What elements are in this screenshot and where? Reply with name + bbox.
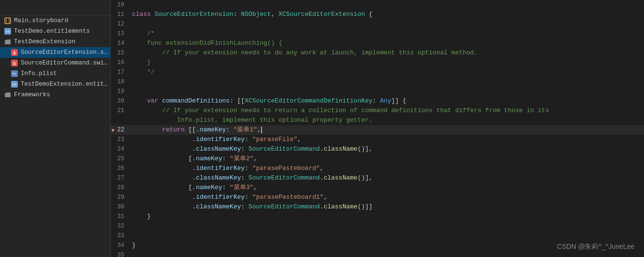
line-number: 21 [111,106,130,116]
line-content: .identifierKey: "parasePasteboard", [130,164,644,173]
token-punct [132,126,162,133]
token-punct: , [320,165,324,172]
token-type: SourceEditorExtension [155,11,234,18]
sidebar-items: Main.storyboardENTestDemo.entitlementsTe… [0,15,110,100]
line-number: 33 [111,231,130,241]
code-line: 15 // If your extension needs to do any … [111,48,644,58]
token-punct [132,203,192,210]
token-punct: ()]] [357,203,372,210]
code-line: 30 .classNameKey: SourceEditorCommand.cl… [111,202,644,212]
code-line: 22 return [[.nameKey: "菜单1", [111,125,644,135]
code-line: 25 [.nameKey: "菜单2", [111,154,644,164]
sidebar-item-info-plist[interactable]: PLInfo.plist [0,68,110,79]
token-punct: ()], [357,174,372,181]
code-line: 23 .identifierKey: "paraseFile", [111,135,644,144]
token-dot-key: .identifierKey [192,193,245,201]
token-dot-key: .classNameKey [192,174,241,181]
line-number: 13 [111,29,130,39]
token-kw-blue: Any [380,97,391,104]
token-punct [132,145,192,153]
code-line: 10 [111,0,644,10]
line-number: 23 [111,135,130,144]
token-punct: : [226,126,234,133]
token-fn: className [324,174,357,181]
entitlements-icon: EN [4,27,12,35]
line-content: .classNameKey: SourceEditorCommand.class… [130,173,644,183]
token-comment: } [132,59,151,66]
token-punct: : [245,193,252,201]
token-dot-key: .classNameKey [192,145,241,153]
line-content: /* [130,29,644,39]
token-punct: , [324,193,328,201]
token-punct [132,193,192,201]
token-punct: , [253,155,257,162]
sidebar-item-test-demo-extension-folder[interactable]: TestDemoExtension [0,37,110,47]
token-punct [132,174,192,181]
code-line: 19 [111,87,644,96]
svg-text:S: S [13,62,16,66]
line-content: .identifierKey: "paraseFile", [130,135,644,144]
token-punct: ()], [357,145,372,153]
code-container: 1011class SourceEditorExtension: NSObjec… [111,0,644,257]
line-number: 29 [111,193,130,202]
token-punct: [ [132,184,192,191]
token-punct: . [320,203,324,210]
swift-icon: S [11,49,18,56]
code-line: 21 // If your extension needs to return … [111,106,644,116]
token-comment: // If your extension needs to return a c… [132,107,549,114]
token-str: "paraseFile" [252,136,298,143]
token-fn: className [324,145,357,153]
line-number: 15 [111,48,130,58]
code-line: 14 func extensionDidFinishLaunching() { [111,39,644,48]
line-number: 35 [111,250,130,257]
token-type: XCSourceEditorCommandDefinitionKey [245,97,372,104]
token-punct: : [245,165,252,172]
sidebar-item-source-editor-command-swift[interactable]: SSourceEditorCommand.swift [0,58,110,68]
token-comment: Info.plist, implement this optional prop… [132,116,372,124]
line-number: 14 [111,39,130,48]
token-str: "parasePasteboard1" [252,193,324,201]
token-cn-str: "菜单1" [234,126,257,133]
token-dot-key: .identifierKey [192,136,245,143]
code-line: 35 [111,250,644,257]
line-content: // If your extension needs to return a c… [130,106,644,116]
code-line: 20 var commandDefinitions: [[XCSourceEdi… [111,96,644,106]
token-punct: . [320,174,324,181]
line-number: 26 [111,164,130,173]
sidebar-item-main-storyboard[interactable]: Main.storyboard [0,15,110,26]
token-kw: class [132,11,155,18]
token-dot-key: .identifierKey [192,165,245,172]
token-cn-str: "菜单3" [230,184,253,191]
sidebar-item-frameworks[interactable]: Frameworks [0,90,110,100]
token-param: commandDefinitions [162,97,229,104]
sidebar-item-test-demo-entitlements[interactable]: ENTestDemo.entitlements [0,26,110,37]
line-number: 24 [111,144,130,154]
sidebar-item-test-demo-extension-entitlements[interactable]: ENTestDemoExtension.entitle... [0,79,110,90]
line-number: 27 [111,173,130,183]
token-punct: : [234,11,241,18]
svg-text:S: S [13,51,16,56]
watermark: CSDN @朱莉^_^JuneLee [557,243,634,251]
token-punct [132,97,147,104]
token-punct: : [372,97,380,104]
sidebar-item-source-editor-extension-swift[interactable]: SSourceEditorExtension.swift [0,47,110,58]
token-type: NSObject [241,11,271,18]
token-punct: : [222,155,230,162]
sidebar: Main.storyboardENTestDemo.entitlementsTe… [0,0,111,257]
token-punct: } [132,213,151,220]
entitlements-icon: EN [11,80,18,88]
token-type: SourceEditorCommand [249,145,320,153]
line-content: } [130,212,644,221]
code-line: 27 .classNameKey: SourceEditorCommand.cl… [111,173,644,183]
token-punct [132,136,192,143]
code-line: Info.plist, implement this optional prop… [111,116,644,125]
token-punct: [[ [188,126,196,133]
line-number: 32 [111,221,130,231]
code-line: 24 .classNameKey: SourceEditorCommand.cl… [111,144,644,154]
storyboard-icon [4,17,12,25]
line-number: 16 [111,58,130,67]
sidebar-header [0,2,110,15]
line-number: 25 [111,154,130,164]
code-line: 16 } [111,58,644,67]
line-content: class SourceEditorExtension: NSObject, X… [130,10,644,19]
